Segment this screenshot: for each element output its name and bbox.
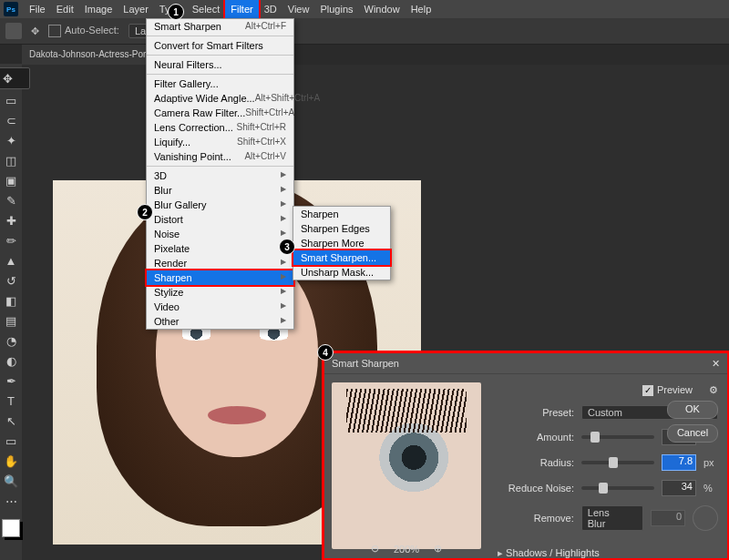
eyedropper-tool[interactable]: ✎ — [2, 191, 20, 209]
menu-edit[interactable]: Edit — [51, 0, 79, 18]
marker-1: 1 — [168, 4, 184, 20]
more-tools[interactable]: ⋯ — [2, 492, 20, 510]
marquee-tool[interactable]: ▭ — [2, 91, 20, 109]
menu-select[interactable]: Select — [187, 0, 226, 18]
noise-value[interactable]: 34 — [662, 480, 696, 496]
close-icon[interactable]: ✕ — [712, 353, 720, 373]
preview-label: Preview — [657, 384, 693, 395]
lasso-tool[interactable]: ⊂ — [2, 111, 20, 129]
filter-liquify[interactable]: Liquify...Shift+Ctrl+X — [147, 135, 293, 149]
eraser-tool[interactable]: ◧ — [2, 291, 20, 310]
filter-sub-distort[interactable]: Distort — [147, 212, 293, 227]
menu-filter[interactable]: Filter — [225, 0, 258, 18]
document-tab-bar: Dakota-Johnson-Actress-Portrait-e1522...… — [0, 45, 729, 65]
dialog-title: Smart Sharpen — [332, 353, 399, 373]
filter-sub-blur-gallery[interactable]: Blur Gallery — [147, 198, 293, 212]
menu-plugins[interactable]: Plugins — [314, 0, 358, 18]
filter-sub-render[interactable]: Render — [147, 256, 293, 270]
filter-gallery[interactable]: Filter Gallery... — [147, 76, 293, 91]
heal-tool[interactable]: ✚ — [2, 211, 20, 229]
filter-sub-stylize[interactable]: Stylize — [147, 285, 293, 300]
filter-sub-pixelate[interactable]: Pixelate — [147, 241, 293, 256]
menu-view[interactable]: View — [282, 0, 315, 18]
sharpen-item-unsharp[interactable]: Unsharp Mask... — [293, 265, 390, 280]
cancel-button[interactable]: Cancel — [667, 424, 718, 443]
shape-tool[interactable]: ▭ — [2, 432, 20, 450]
gear-icon[interactable]: ⚙ — [709, 384, 718, 396]
marker-3: 3 — [279, 239, 295, 255]
shadows-highlights-disclosure[interactable]: Shadows / Highlights — [498, 547, 600, 559]
filter-sub-other[interactable]: Other — [147, 314, 293, 329]
menu-window[interactable]: Window — [359, 0, 406, 18]
tool-strip: ✥ ▭ ⊂ ✦ ◫ ▣ ✎ ✚ ✏ ▲ ↺ ◧ ▤ ◔ ◐ ✒ T ↖ ▭ ✋ … — [0, 64, 22, 560]
sharpen-item-more[interactable]: Sharpen More — [293, 236, 390, 250]
remove-label: Remove: — [498, 513, 574, 524]
filter-menu: Smart SharpenAlt+Ctrl+F Convert for Smar… — [146, 18, 294, 330]
filter-sub-blur[interactable]: Blur — [147, 183, 293, 198]
dodge-tool[interactable]: ◐ — [2, 351, 20, 370]
filter-sub-3d[interactable]: 3D — [147, 168, 293, 183]
sharpen-item-smart[interactable]: Smart Sharpen... — [293, 250, 390, 265]
filter-last[interactable]: Smart SharpenAlt+Ctrl+F — [147, 19, 293, 34]
wand-tool[interactable]: ✦ — [2, 131, 20, 149]
menu-layer[interactable]: Layer — [118, 0, 154, 18]
sharpen-submenu: Sharpen Sharpen Edges Sharpen More Smart… — [293, 206, 391, 280]
menu-file[interactable]: File — [24, 0, 51, 18]
blur-tool[interactable]: ◔ — [2, 331, 20, 350]
angle-dial[interactable] — [693, 505, 718, 531]
ok-button[interactable]: OK — [667, 401, 718, 419]
filter-sub-noise[interactable]: Noise — [147, 227, 293, 241]
filter-vanishing-point[interactable]: Vanishing Point...Alt+Ctrl+V — [147, 149, 293, 164]
filter-sub-sharpen[interactable]: Sharpen — [147, 270, 293, 285]
path-tool[interactable]: ↖ — [2, 412, 20, 430]
move-tool[interactable]: ✥ — [0, 67, 30, 89]
hand-tool[interactable]: ✋ — [2, 452, 20, 470]
noise-slider[interactable] — [581, 486, 654, 490]
auto-select-label: Auto-Select: — [65, 25, 119, 36]
filter-neural[interactable]: Neural Filters... — [147, 57, 293, 72]
zoom-tool[interactable]: 🔍 — [2, 472, 20, 490]
menu-image[interactable]: Image — [79, 0, 118, 18]
sharpen-item-sharpen[interactable]: Sharpen — [293, 207, 390, 221]
amount-slider[interactable] — [581, 435, 654, 439]
dialog-preview[interactable] — [332, 382, 481, 549]
app-logo: Ps — [4, 2, 18, 16]
remove-dropdown[interactable]: Lens Blur — [581, 505, 643, 531]
crop-tool[interactable]: ◫ — [2, 151, 20, 169]
radius-unit: px — [703, 457, 718, 468]
marker-4: 4 — [317, 344, 334, 361]
preset-label: Preset: — [498, 407, 574, 418]
gradient-tool[interactable]: ▤ — [2, 311, 20, 330]
zoom-value: 200% — [394, 544, 419, 555]
type-tool[interactable]: T — [2, 392, 20, 410]
smart-sharpen-dialog: Smart Sharpen ✕ ⊖ 200% ⊕ ✓Preview ⚙ Pres… — [324, 353, 727, 558]
radius-label: Radius: — [498, 457, 574, 468]
amount-label: Amount: — [498, 432, 574, 443]
menu-help[interactable]: Help — [406, 0, 437, 18]
filter-sub-video[interactable]: Video — [147, 300, 293, 314]
color-swatches[interactable] — [2, 519, 20, 537]
preview-checkbox[interactable]: ✓ — [642, 385, 653, 396]
menu-3d[interactable]: 3D — [259, 0, 282, 18]
options-bar: ✥ Auto-Select: Layer ⋯ — [0, 18, 729, 45]
home-icon[interactable] — [5, 23, 22, 39]
stamp-tool[interactable]: ▲ — [2, 251, 20, 270]
filter-convert-smart[interactable]: Convert for Smart Filters — [147, 38, 293, 53]
filter-lens-correction[interactable]: Lens Correction...Shift+Ctrl+R — [147, 120, 293, 135]
radius-slider[interactable] — [581, 461, 654, 464]
pen-tool[interactable]: ✒ — [2, 372, 20, 390]
radius-value[interactable]: 7.8 — [662, 454, 696, 471]
history-brush-tool[interactable]: ↺ — [2, 271, 20, 290]
zoom-out-icon[interactable]: ⊖ — [371, 543, 379, 555]
frame-tool[interactable]: ▣ — [2, 171, 20, 189]
filter-adaptive-wide-angle[interactable]: Adaptive Wide Angle...Alt+Shift+Ctrl+A — [147, 91, 293, 106]
angle-value[interactable]: 0 — [651, 510, 685, 526]
auto-select-checkbox[interactable] — [48, 25, 61, 37]
noise-unit: % — [703, 483, 718, 494]
zoom-in-icon[interactable]: ⊕ — [434, 543, 442, 555]
filter-camera-raw[interactable]: Camera Raw Filter...Shift+Ctrl+A — [147, 106, 293, 120]
marker-2: 2 — [137, 204, 153, 220]
sharpen-item-edges[interactable]: Sharpen Edges — [293, 221, 390, 236]
brush-tool[interactable]: ✏ — [2, 231, 20, 249]
zoom-bar: ⊖ 200% ⊕ — [332, 543, 481, 555]
